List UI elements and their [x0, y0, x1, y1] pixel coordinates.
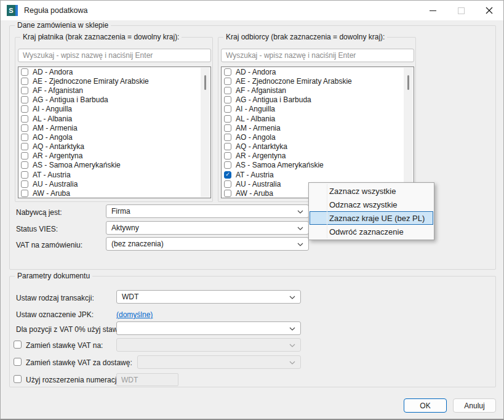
country-row[interactable]: AM - Armenia	[18, 123, 210, 132]
country-checkbox[interactable]	[21, 68, 28, 76]
dialog-tax-rule: S Reguła podatkowa Dane zamówienia w skl…	[0, 0, 504, 420]
maximize-icon	[458, 7, 465, 14]
country-checkbox[interactable]	[21, 87, 28, 94]
country-checkbox[interactable]	[21, 143, 28, 150]
country-row[interactable]: AL - Albania	[222, 114, 414, 123]
ok-button[interactable]: OK	[404, 398, 447, 413]
country-checkbox[interactable]	[224, 96, 231, 103]
country-label: AE - Zjednoczone Emiraty Arabskie	[33, 77, 149, 86]
country-checkbox[interactable]	[224, 87, 231, 94]
payer-country-list[interactable]: AD - Andora AE - Zjednoczone Emiraty Ara…	[18, 67, 211, 198]
country-label: AM - Armenia	[33, 124, 78, 132]
country-checkbox[interactable]	[224, 124, 231, 132]
menu-item[interactable]: Zaznacz kraje UE (bez PL)	[310, 211, 433, 225]
transaction-type-select[interactable]: WDT	[116, 290, 301, 304]
vies-status-select[interactable]: Aktywny	[106, 221, 309, 235]
country-label: AF - Afganistan	[33, 86, 83, 95]
country-row[interactable]: AR - Argentyna	[18, 151, 210, 161]
chevron-down-icon	[289, 327, 295, 331]
country-checkbox[interactable]	[224, 190, 231, 197]
chevron-down-icon	[289, 344, 295, 347]
country-checkbox[interactable]	[21, 180, 28, 188]
country-row[interactable]: AQ - Antarktyka	[18, 142, 210, 151]
country-row[interactable]: AD - Andora	[18, 67, 210, 76]
country-checkbox[interactable]	[21, 171, 28, 179]
order-vat-label: VAT na zamówieniu:	[16, 241, 82, 249]
payer-group-title: Kraj płatnika (brak zaznaczenia = dowoln…	[20, 33, 182, 41]
vat-zero-select[interactable]	[116, 321, 301, 335]
country-row[interactable]: AW - Aruba	[18, 188, 210, 198]
recipient-list-scrollbar[interactable]	[404, 68, 413, 197]
country-checkbox[interactable]	[224, 134, 231, 141]
menu-item[interactable]: Odwróć zaznaczenie	[309, 225, 434, 238]
country-row[interactable]: AG - Antigua i Barbuda	[222, 95, 414, 105]
replace-shipping-vat-checkbox[interactable]	[14, 358, 22, 366]
country-checkbox[interactable]	[224, 105, 231, 113]
country-row[interactable]: AF - Afganistan	[18, 86, 210, 95]
country-row[interactable]: AI - Anguilla	[222, 105, 414, 114]
country-row[interactable]: AG - Antigua i Barbuda	[18, 95, 210, 105]
buyer-type-select[interactable]: Firma	[106, 204, 309, 218]
country-row[interactable]: AE - Zjednoczone Emiraty Arabskie	[222, 76, 414, 86]
country-checkbox[interactable]	[224, 78, 231, 85]
country-checkbox[interactable]	[224, 161, 231, 169]
country-checkbox[interactable]	[224, 180, 231, 188]
titlebar: S Reguła podatkowa	[1, 1, 503, 20]
vat-zero-label: Dla pozycji z VAT 0% użyj stawki:	[16, 325, 125, 334]
minimize-button[interactable]	[418, 1, 447, 20]
country-row[interactable]: AS - Samoa Amerykańskie	[222, 161, 414, 170]
country-checkbox[interactable]	[224, 171, 231, 179]
close-button[interactable]	[475, 1, 503, 20]
country-row[interactable]: AO - Angola	[222, 132, 414, 142]
country-row[interactable]: AT - Austria	[222, 170, 414, 179]
menu-item[interactable]: Zaznacz wszystkie	[309, 184, 434, 198]
numbering-extension-checkbox[interactable]	[14, 375, 22, 383]
country-checkbox[interactable]	[21, 96, 28, 103]
country-label: AL - Albania	[236, 115, 275, 123]
country-label: AQ - Antarktyka	[33, 142, 84, 151]
country-row[interactable]: AO - Angola	[18, 132, 210, 142]
country-checkbox[interactable]	[21, 152, 28, 160]
country-checkbox[interactable]	[21, 161, 28, 169]
recipient-country-list[interactable]: AD - Andora AE - Zjednoczone Emiraty Ara…	[221, 67, 414, 198]
country-checkbox[interactable]	[21, 78, 28, 85]
replace-shipping-vat-label: Zamień stawkę VAT za dostawę:	[26, 358, 132, 367]
country-row[interactable]: AQ - Antarktyka	[222, 142, 414, 151]
chevron-down-icon	[297, 243, 303, 246]
scrollbar-thumb[interactable]	[204, 75, 206, 90]
payer-list-scrollbar[interactable]	[201, 68, 210, 197]
menu-item-label: Zaznacz kraje UE (bez PL)	[329, 214, 425, 223]
country-label: AE - Zjednoczone Emiraty Arabskie	[236, 77, 352, 86]
country-row[interactable]: AR - Argentyna	[222, 151, 414, 161]
country-checkbox[interactable]	[224, 152, 231, 160]
order-vat-select[interactable]: (bez znaczenia)	[106, 237, 309, 251]
country-row[interactable]: AD - Andora	[222, 67, 414, 76]
replace-vat-checkbox[interactable]	[14, 341, 22, 349]
country-row[interactable]: AM - Armenia	[222, 123, 414, 132]
country-checkbox[interactable]	[21, 134, 28, 141]
country-row[interactable]: AI - Anguilla	[18, 105, 210, 114]
country-checkbox[interactable]	[224, 143, 231, 150]
cancel-button[interactable]: Anuluj	[453, 398, 496, 413]
country-checkbox[interactable]	[224, 115, 231, 123]
country-row[interactable]: AS - Samoa Amerykańskie	[18, 161, 210, 170]
app-icon-bar	[15, 5, 18, 16]
payer-search-input[interactable]	[18, 49, 211, 62]
jpk-default-link[interactable]: (domyślne)	[116, 310, 153, 319]
scrollbar-thumb[interactable]	[407, 75, 409, 90]
country-row[interactable]: AL - Albania	[18, 114, 210, 123]
transaction-type-label: Ustaw rodzaj transakcji:	[16, 294, 94, 302]
window-title: Reguła podatkowa	[24, 6, 88, 15]
menu-item[interactable]: Odznacz wszystkie	[309, 198, 434, 211]
country-checkbox[interactable]	[21, 115, 28, 123]
country-row[interactable]: AU - Australia	[18, 179, 210, 188]
country-row[interactable]: AT - Austria	[18, 170, 210, 179]
country-row[interactable]: AF - Afganistan	[222, 86, 414, 95]
country-checkbox[interactable]	[21, 124, 28, 132]
country-row[interactable]: AE - Zjednoczone Emiraty Arabskie	[18, 76, 210, 86]
country-checkbox[interactable]	[21, 190, 28, 197]
country-checkbox[interactable]	[224, 68, 231, 76]
recipient-search-input[interactable]	[221, 49, 414, 62]
country-checkbox[interactable]	[21, 105, 28, 113]
country-label: AU - Australia	[33, 180, 78, 188]
